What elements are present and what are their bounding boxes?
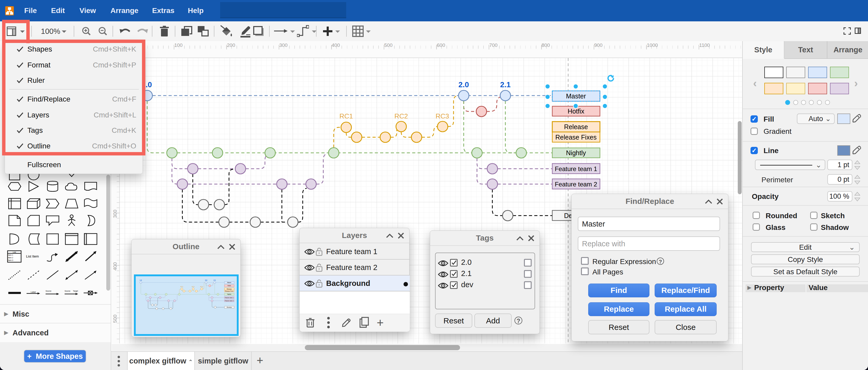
svg-text:RC2: RC2	[394, 112, 408, 120]
svg-text:Release Fixes: Release Fixes	[555, 134, 596, 141]
svg-text:Target: Target	[73, 290, 78, 292]
svg-text:Item 2: Item 2	[8, 257, 13, 259]
svg-text:Source: Source	[45, 290, 51, 292]
svg-text:Item 1: Item 1	[8, 254, 13, 256]
svg-text:Release: Release	[564, 123, 588, 130]
svg-text:RC1: RC1	[339, 112, 353, 120]
svg-text:Hotfix: Hotfix	[568, 107, 584, 115]
svg-text:Label: Label	[31, 291, 36, 293]
svg-text:Item 3: Item 3	[8, 259, 13, 261]
svg-text:List: List	[13, 251, 16, 254]
svg-text:Feature team 1: Feature team 1	[555, 165, 597, 172]
svg-text:Source: Source	[65, 290, 70, 292]
svg-text:2.0: 2.0	[459, 80, 469, 89]
svg-text:2.1: 2.1	[500, 80, 510, 89]
svg-text:Nightly: Nightly	[566, 149, 586, 157]
svg-text:Master: Master	[566, 93, 586, 100]
svg-text:Feature team 2: Feature team 2	[555, 181, 597, 188]
svg-text:RC3: RC3	[436, 112, 449, 120]
